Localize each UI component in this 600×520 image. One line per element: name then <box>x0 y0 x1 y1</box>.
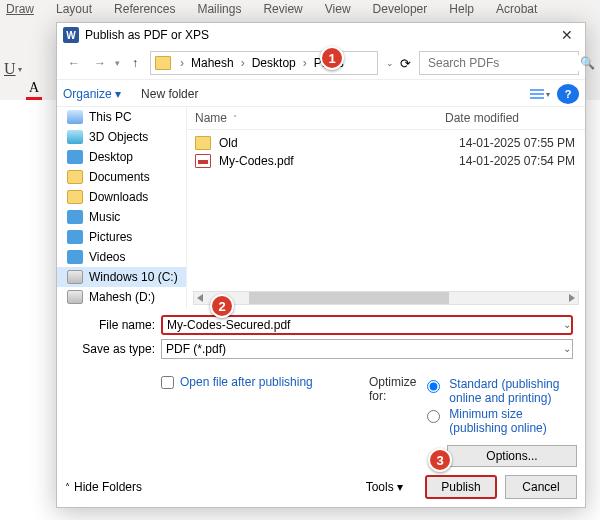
optimize-label: Optimize for: <box>369 375 416 437</box>
folder-icon <box>155 56 171 70</box>
tree-item-drive-c[interactable]: Windows 10 (C:) <box>57 267 186 287</box>
chevron-right-icon: › <box>177 56 187 70</box>
history-dropdown-icon[interactable]: ▾ <box>115 58 120 68</box>
callout-1: 1 <box>320 46 344 70</box>
file-date: 14-01-2025 07:54 PM <box>459 154 577 168</box>
tree-item-3d-objects[interactable]: 3D Objects <box>57 127 186 147</box>
file-date: 14-01-2025 07:55 PM <box>459 136 577 150</box>
font-color-swatch <box>26 97 42 100</box>
close-button[interactable]: ✕ <box>555 27 579 43</box>
list-item[interactable]: Old 14-01-2025 07:55 PM <box>187 134 585 152</box>
options-button[interactable]: Options... <box>447 445 577 467</box>
ribbon-tab[interactable]: Review <box>263 2 302 16</box>
up-button[interactable]: ↑ <box>124 52 146 74</box>
column-date[interactable]: Date modified <box>445 111 577 125</box>
tree-item-pictures[interactable]: Pictures <box>57 227 186 247</box>
tree-item-documents[interactable]: Documents <box>57 167 186 187</box>
horizontal-scrollbar[interactable] <box>193 291 579 305</box>
pc-icon <box>67 110 83 124</box>
desktop-icon <box>67 150 83 164</box>
radio-icon[interactable] <box>427 380 440 393</box>
refresh-button[interactable]: ⟳ <box>400 56 411 71</box>
search-icon: 🔍 <box>580 56 595 70</box>
open-after-checkbox[interactable]: Open file after publishing <box>161 375 369 389</box>
pdf-icon <box>195 154 211 168</box>
underline-button[interactable]: U ▾ <box>4 60 22 78</box>
font-color-button[interactable]: A <box>26 80 42 100</box>
downloads-icon <box>67 190 83 204</box>
callout-2: 2 <box>210 294 234 318</box>
forward-button[interactable]: → <box>89 52 111 74</box>
file-list-pane: Name ˄ Date modified Old 14-01-2025 07:5… <box>187 107 585 309</box>
organize-menu[interactable]: Organize ▾ <box>63 87 121 101</box>
help-button[interactable]: ? <box>557 84 579 104</box>
drive-icon <box>67 290 83 304</box>
drive-icon <box>67 270 83 284</box>
chevron-right-icon: › <box>300 56 310 70</box>
titlebar: W Publish as PDF or XPS ✕ <box>57 23 585 47</box>
ribbon-tab[interactable]: Mailings <box>197 2 241 16</box>
new-folder-button[interactable]: New folder <box>141 87 198 101</box>
sort-asc-icon: ˄ <box>233 114 237 123</box>
footer: ˄ Hide Folders Tools ▾ Publish Cancel <box>57 467 585 507</box>
tree-item-videos[interactable]: Videos <box>57 247 186 267</box>
chevron-down-icon[interactable]: ⌄ <box>386 58 394 68</box>
tools-menu[interactable]: Tools ▾ <box>366 480 403 494</box>
ribbon-tabs: Draw Layout References Mailings Review V… <box>6 2 537 16</box>
tree-item-music[interactable]: Music <box>57 207 186 227</box>
ribbon-tab[interactable]: Layout <box>56 2 92 16</box>
ribbon-tab[interactable]: Draw <box>6 2 34 16</box>
folder-icon <box>195 136 211 150</box>
breadcrumb-seg[interactable]: Desktop <box>250 56 298 70</box>
ribbon-tab[interactable]: Developer <box>373 2 428 16</box>
search-input[interactable] <box>426 55 580 71</box>
scrollbar-thumb[interactable] <box>249 292 449 304</box>
tree-item-drive-d[interactable]: Mahesh (D:) <box>57 287 186 307</box>
column-name[interactable]: Name <box>195 111 227 125</box>
view-mode-button[interactable]: ▾ <box>529 84 551 104</box>
form-area: File name: ⌄ Save as type: ⌄ <box>57 309 585 367</box>
music-icon <box>67 210 83 224</box>
tree-item-desktop[interactable]: Desktop <box>57 147 186 167</box>
search-box[interactable]: 🔍 <box>419 51 579 75</box>
cancel-button[interactable]: Cancel <box>505 475 577 499</box>
tree-item-this-pc[interactable]: This PC <box>57 107 186 127</box>
publish-button[interactable]: Publish <box>425 475 497 499</box>
underline-icon: U <box>4 60 16 78</box>
callout-3: 3 <box>428 448 452 472</box>
videos-icon <box>67 250 83 264</box>
saveas-label: Save as type: <box>65 342 155 356</box>
radio-minimum[interactable]: Minimum size (publishing online) <box>422 407 577 435</box>
ribbon-tab[interactable]: Help <box>449 2 474 16</box>
dialog-title: Publish as PDF or XPS <box>85 28 555 42</box>
tree-item-downloads[interactable]: Downloads <box>57 187 186 207</box>
column-headers[interactable]: Name ˄ Date modified <box>187 107 585 130</box>
chevron-down-icon[interactable]: ⌄ <box>563 319 571 330</box>
hide-folders-button[interactable]: ˄ Hide Folders <box>65 480 142 494</box>
3d-icon <box>67 130 83 144</box>
chevron-down-icon: ▾ <box>18 65 22 74</box>
font-color-icon: A <box>26 80 42 96</box>
filename-label: File name: <box>65 318 155 332</box>
chevron-right-icon: › <box>238 56 248 70</box>
radio-standard[interactable]: Standard (publishing online and printing… <box>422 377 577 405</box>
ribbon-tab[interactable]: Acrobat <box>496 2 537 16</box>
radio-icon[interactable] <box>427 410 440 423</box>
toolbar: Organize ▾ New folder ▾ ? <box>57 79 585 107</box>
file-name: My-Codes.pdf <box>219 154 459 168</box>
filename-field[interactable] <box>161 315 573 335</box>
list-icon <box>530 89 544 99</box>
ribbon-tab[interactable]: View <box>325 2 351 16</box>
checkbox-icon[interactable] <box>161 376 174 389</box>
back-button[interactable]: ← <box>63 52 85 74</box>
nav-tree[interactable]: This PC 3D Objects Desktop Documents Dow… <box>57 107 187 309</box>
word-icon: W <box>63 27 79 43</box>
file-rows: Old 14-01-2025 07:55 PM My-Codes.pdf 14-… <box>187 130 585 291</box>
chevron-up-icon: ˄ <box>65 482 70 493</box>
ribbon-tab[interactable]: References <box>114 2 175 16</box>
chevron-down-icon[interactable]: ⌄ <box>563 343 571 354</box>
breadcrumb-seg[interactable]: Mahesh <box>189 56 236 70</box>
breadcrumb[interactable]: › Mahesh › Desktop › PDFs <box>150 51 378 75</box>
list-item[interactable]: My-Codes.pdf 14-01-2025 07:54 PM <box>187 152 585 170</box>
saveas-field[interactable] <box>161 339 573 359</box>
